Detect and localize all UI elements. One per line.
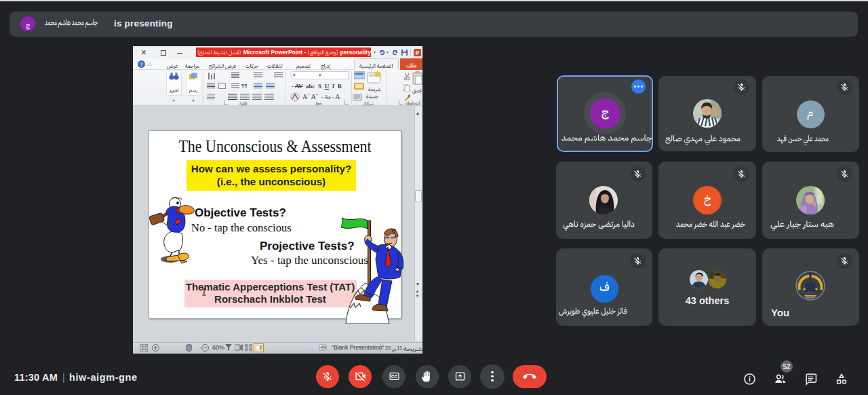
svg-text:P: P xyxy=(416,50,420,56)
svg-text:?: ? xyxy=(140,62,143,68)
